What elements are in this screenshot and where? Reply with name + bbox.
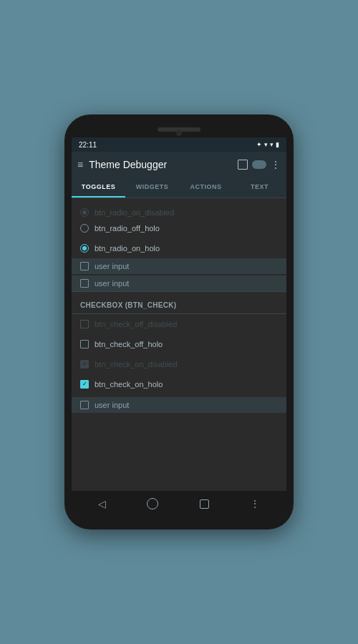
radio-btn-on-holo[interactable] xyxy=(80,244,89,253)
square-icon[interactable] xyxy=(238,160,248,170)
signal-icon: ▾ xyxy=(270,141,274,148)
toggle-icon[interactable] xyxy=(252,160,266,169)
list-item-label: btn_radio_off_holo xyxy=(95,224,160,233)
list-item: btn_check_off_disabled xyxy=(72,314,286,334)
list-item: btn_check_on_disabled xyxy=(72,354,286,374)
status-bar: 22:11 ✦ ▾ ▾ ▮ xyxy=(72,137,286,152)
status-time: 22:11 xyxy=(79,141,97,149)
toolbar: ≡ Theme Debugger ⋮ xyxy=(72,152,286,177)
overflow-menu-icon[interactable]: ⋮ xyxy=(271,159,281,170)
content-area: btn_radio_on_disabled btn_radio_off_holo… xyxy=(72,198,286,491)
tab-bar: TOGGLES WIDGETS ACTIONS TEXT xyxy=(72,177,286,198)
tab-text[interactable]: TEXT xyxy=(233,177,286,197)
checkbox-input-label-1: user input xyxy=(95,401,129,409)
radio-input-row-1[interactable]: user input xyxy=(72,258,286,274)
radio-input-outline-2 xyxy=(80,279,89,288)
menu-icon[interactable]: ≡ xyxy=(77,159,83,170)
checkbox-input-outline-1 xyxy=(80,401,89,409)
radio-btn-disabled-on xyxy=(80,208,89,217)
section-header-label: CHECKBOX (BTN_CHECK) xyxy=(80,301,176,309)
list-item-label: btn_check_on_disabled xyxy=(95,360,178,369)
phone-device: 22:11 ✦ ▾ ▾ ▮ ≡ Theme Debugger ⋮ TOGGLES xyxy=(64,114,294,530)
radio-btn-off-holo[interactable] xyxy=(80,224,89,233)
list-item: btn_radio_on_disabled xyxy=(72,198,286,218)
list-item-label: btn_radio_on_disabled xyxy=(95,208,174,217)
radio-input-outline-1 xyxy=(80,262,89,270)
list-item: btn_check_off_holo xyxy=(72,334,286,354)
tab-actions[interactable]: ACTIONS xyxy=(179,177,233,197)
list-item-label: btn_check_off_holo xyxy=(95,340,163,348)
recents-square-icon xyxy=(200,499,209,509)
list-item-label: btn_check_on_holo xyxy=(95,380,163,389)
nav-overflow-button[interactable]: ⋮ xyxy=(250,498,260,509)
radio-input-label-1: user input xyxy=(95,262,129,270)
radio-input-label-2: user input xyxy=(95,279,129,288)
nav-recents-button[interactable] xyxy=(200,499,209,509)
battery-icon: ▮ xyxy=(276,141,279,148)
check-btn-off-holo[interactable] xyxy=(80,340,89,348)
phone-camera xyxy=(176,130,182,136)
section-header-checkbox: CHECKBOX (BTN_CHECK) xyxy=(72,291,286,314)
status-icons: ✦ ▾ ▾ ▮ xyxy=(256,141,279,148)
toolbar-actions: ⋮ xyxy=(238,159,281,170)
list-item: btn_radio_on_holo xyxy=(72,238,286,258)
nav-home-button[interactable] xyxy=(147,498,158,509)
home-circle-icon xyxy=(147,498,158,509)
list-item: btn_radio_off_holo xyxy=(72,218,286,238)
tab-widgets[interactable]: WIDGETS xyxy=(125,177,179,197)
nav-back-button[interactable]: ◁ xyxy=(98,498,106,509)
phone-screen: 22:11 ✦ ▾ ▾ ▮ ≡ Theme Debugger ⋮ TOGGLES xyxy=(72,137,286,517)
bluetooth-icon: ✦ xyxy=(256,141,262,148)
radio-input-row-2[interactable]: user input xyxy=(72,275,286,291)
toolbar-title: Theme Debugger xyxy=(89,159,232,170)
check-btn-on-holo[interactable] xyxy=(80,380,89,389)
check-btn-off-disabled xyxy=(80,320,89,328)
nav-bar: ◁ ⋮ xyxy=(72,491,286,517)
check-btn-on-disabled xyxy=(80,360,89,369)
wifi-icon: ▾ xyxy=(264,141,268,148)
list-item: btn_check_on_holo xyxy=(72,374,286,394)
tab-toggles[interactable]: TOGGLES xyxy=(72,177,125,197)
list-item-label: btn_radio_on_holo xyxy=(95,244,160,253)
checkbox-input-row-1[interactable]: user input xyxy=(72,397,286,413)
list-item-label: btn_check_off_disabled xyxy=(95,320,177,328)
